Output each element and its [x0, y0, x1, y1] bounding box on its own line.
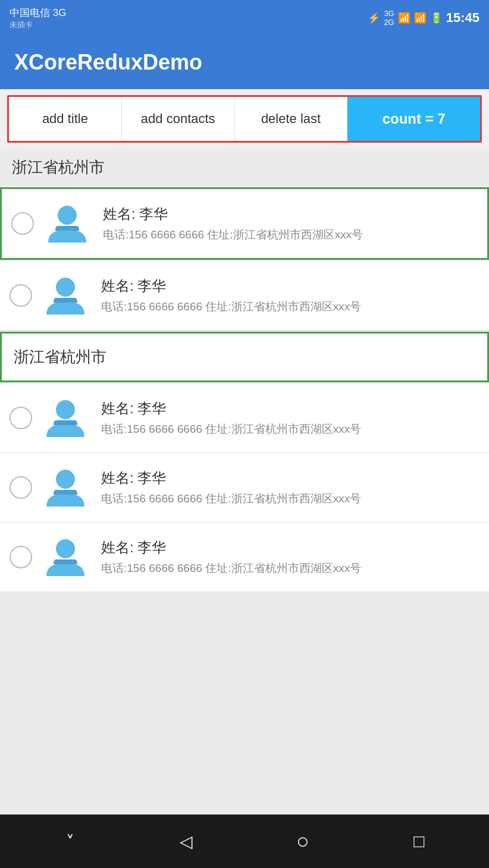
signal-icon: 📶: [414, 12, 427, 24]
sim-status: 未插卡: [10, 20, 66, 30]
wifi-icon: 📶: [398, 12, 410, 24]
contact-name-5: 姓名: 李华: [101, 538, 361, 557]
contact-detail-4: 电话:156 6666 6666 住址:浙江省杭州市西湖区xxx号: [101, 491, 361, 507]
contact-info-2: 姓名: 李华 电话:156 6666 6666 住址:浙江省杭州市西湖区xxx号: [101, 276, 361, 315]
contact-detail-2: 电话:156 6666 6666 住址:浙江省杭州市西湖区xxx号: [101, 299, 361, 315]
contact-detail-1: 电话:156 6666 6666 住址:浙江省杭州市西湖区xxx号: [103, 227, 363, 243]
avatar-5: [42, 533, 89, 581]
contact-detail-5: 电话:156 6666 6666 住址:浙江省杭州市西湖区xxx号: [101, 561, 361, 577]
avatar-4: [42, 464, 89, 511]
bottom-nav: ˅ ◁ ○ □: [0, 814, 489, 868]
toolbar: add title add contacts delete last count…: [7, 95, 482, 143]
home-icon: ○: [296, 829, 309, 854]
status-bar: 中国电信 3G 未插卡 ⚡ 3G2G 📶 📶 🔋 15:45: [0, 0, 489, 36]
3g-icon: 3G2G: [384, 9, 394, 27]
carrier-info: 中国电信 3G 未插卡: [10, 6, 66, 30]
avatar-1: [43, 200, 91, 247]
recents-icon: □: [413, 831, 424, 851]
contact-item-4[interactable]: 姓名: 李华 电话:156 6666 6666 住址:浙江省杭州市西湖区xxx号: [0, 453, 489, 523]
radio-button-5[interactable]: [10, 546, 32, 568]
svg-point-0: [58, 206, 77, 225]
contact-item-3[interactable]: 姓名: 李华 电话:156 6666 6666 住址:浙江省杭州市西湖区xxx号: [0, 383, 489, 453]
bluetooth-icon: ⚡: [368, 12, 380, 24]
svg-point-8: [56, 539, 75, 558]
avatar-2: [42, 272, 89, 319]
list-content: 浙江省杭州市 姓名: 李华 电话:156 6666 6666 住址:浙江省杭州市…: [0, 149, 489, 814]
chevron-down-button[interactable]: ˅: [52, 823, 88, 859]
contact-name-4: 姓名: 李华: [101, 468, 361, 488]
contact-name-3: 姓名: 李华: [101, 399, 361, 418]
recents-button[interactable]: □: [401, 823, 437, 859]
svg-point-2: [56, 278, 75, 297]
battery-icon: 🔋: [430, 12, 443, 24]
section-header-text-1: 浙江省杭州市: [12, 158, 105, 176]
radio-button-3[interactable]: [10, 407, 32, 429]
add-title-button[interactable]: add title: [9, 97, 122, 141]
carrier-name: 中国电信 3G: [10, 6, 66, 20]
contact-info-5: 姓名: 李华 电话:156 6666 6666 住址:浙江省杭州市西湖区xxx号: [101, 538, 361, 577]
contact-name-2: 姓名: 李华: [101, 276, 361, 295]
app-bar: XCoreReduxDemo: [0, 36, 489, 89]
contact-name-1: 姓名: 李华: [103, 205, 363, 224]
time-display: 15:45: [446, 10, 479, 26]
radio-button-1[interactable]: [11, 212, 34, 235]
contact-info-4: 姓名: 李华 电话:156 6666 6666 住址:浙江省杭州市西湖区xxx号: [101, 468, 361, 507]
add-contacts-button[interactable]: add contacts: [122, 97, 235, 141]
contact-info-3: 姓名: 李华 电话:156 6666 6666 住址:浙江省杭州市西湖区xxx号: [101, 399, 361, 438]
count-button[interactable]: count = 7: [347, 97, 480, 141]
back-icon: ◁: [180, 832, 193, 851]
contact-detail-3: 电话:156 6666 6666 住址:浙江省杭州市西湖区xxx号: [101, 422, 361, 438]
svg-point-4: [56, 400, 75, 419]
svg-point-6: [56, 470, 75, 489]
chevron-down-icon: ˅: [66, 832, 74, 851]
radio-button-4[interactable]: [10, 476, 32, 499]
status-icons: ⚡ 3G2G 📶 📶 🔋 15:45: [368, 9, 479, 27]
contact-item-5[interactable]: 姓名: 李华 电话:156 6666 6666 住址:浙江省杭州市西湖区xxx号: [0, 523, 489, 592]
contact-info-1: 姓名: 李华 电话:156 6666 6666 住址:浙江省杭州市西湖区xxx号: [103, 205, 363, 243]
avatar-3: [42, 394, 89, 442]
app-title: XCoreReduxDemo: [14, 50, 202, 75]
section-header-1: 浙江省杭州市: [0, 149, 489, 186]
contact-item-1[interactable]: 姓名: 李华 电话:156 6666 6666 住址:浙江省杭州市西湖区xxx号: [0, 187, 489, 260]
delete-last-button[interactable]: delete last: [235, 97, 348, 141]
home-button[interactable]: ○: [285, 823, 321, 859]
radio-button-2[interactable]: [10, 284, 32, 307]
contact-item-2[interactable]: 姓名: 李华 电话:156 6666 6666 住址:浙江省杭州市西湖区xxx号: [0, 261, 489, 331]
title-section-item-1: 浙江省杭州市: [0, 332, 489, 382]
title-section-text-1: 浙江省杭州市: [14, 348, 106, 366]
back-button[interactable]: ◁: [168, 823, 204, 859]
